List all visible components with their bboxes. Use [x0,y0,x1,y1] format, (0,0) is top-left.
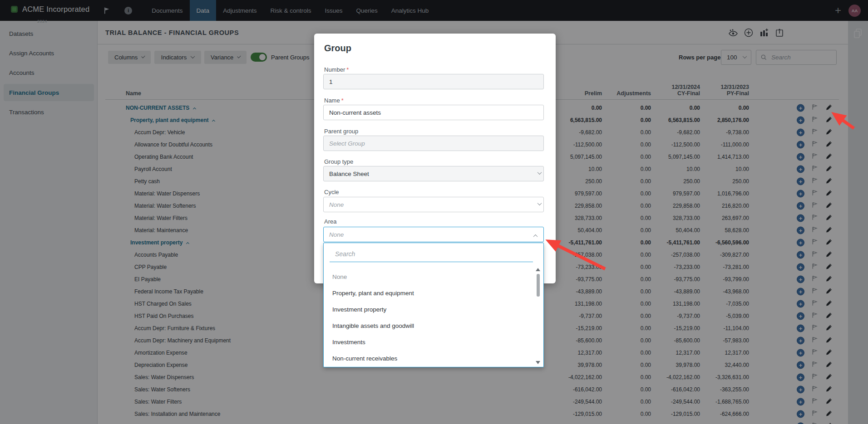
group-type-label: Group type [324,158,353,165]
app-window: ACME Incorporated 2024 i DocumentsDataAd… [0,0,868,424]
number-label: Number* [324,66,349,73]
area-label: Area [324,218,336,225]
dropdown-option-property-plant-and-equipment[interactable]: Property, plant and equipment [324,285,543,301]
required-marker: * [346,66,349,73]
parent-group-field[interactable] [323,136,544,151]
name-field[interactable] [323,105,544,120]
area-select[interactable]: None [323,227,544,242]
modal-title: Group [324,43,351,54]
area-dropdown: NoneProperty, plant and equipmentInvestm… [323,243,544,367]
dropdown-search-input[interactable] [330,246,533,262]
dropdown-option-investments[interactable]: Investments [324,334,543,350]
group-type-select[interactable] [323,166,544,181]
dropdown-option-intangible-assets-and-goodwill[interactable]: Intangible assets and goodwill [324,317,543,334]
dropdown-options: NoneProperty, plant and equipmentInvestm… [324,268,543,366]
dropdown-option-non-current-receivables[interactable]: Non-current receivables [324,350,543,366]
cycle-label: Cycle [324,189,339,195]
parent-group-label: Parent group [324,128,358,135]
chevron-up-icon [533,234,538,239]
scroll-up-icon[interactable] [536,268,540,271]
group-modal: Group Number* Name* Parent group Group t… [314,34,556,283]
area-select-value: None [329,231,344,238]
cycle-select[interactable] [323,197,544,212]
scroll-down-icon[interactable] [536,361,540,364]
number-field[interactable] [323,74,544,89]
name-label: Name* [324,97,344,104]
required-marker: * [341,97,344,104]
dropdown-option-none[interactable]: None [324,268,543,285]
scrollbar-thumb[interactable] [537,274,540,297]
dropdown-option-investment-property[interactable]: Investment property [324,301,543,317]
